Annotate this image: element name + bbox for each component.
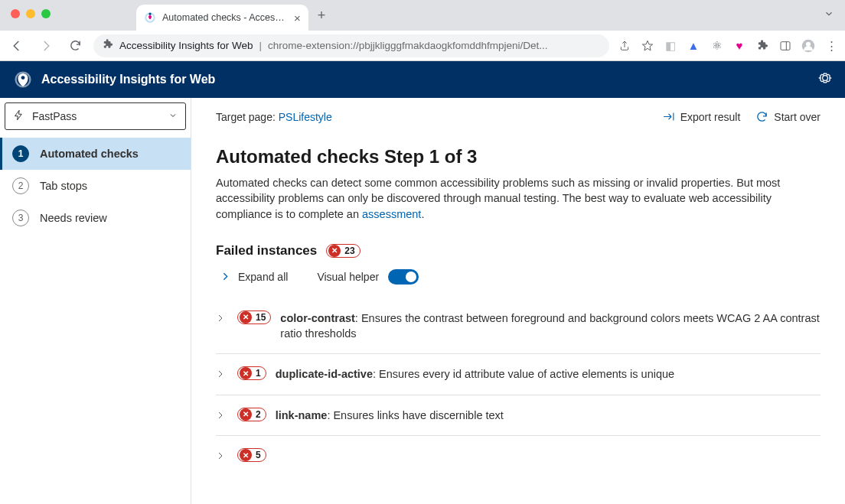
panel-icon[interactable] (778, 38, 793, 54)
issue-text: color-contrast: Ensures the contrast bet… (280, 311, 821, 342)
x-icon: ✕ (240, 311, 252, 324)
svg-point-4 (21, 76, 25, 80)
issue-row[interactable]: ✕1 duplicate-id-active: Ensures every id… (216, 354, 821, 395)
ext-icon-react[interactable]: ⚛ (709, 38, 724, 54)
ext-icon-1[interactable]: ◧ (663, 38, 678, 54)
start-over-button[interactable]: Start over (755, 110, 821, 123)
settings-icon[interactable] (817, 70, 833, 89)
new-tab-button[interactable]: + (318, 8, 326, 24)
page-title: Automated checks Step 1 of 3 (216, 146, 821, 167)
address-url: chrome-extension://pbjjkligggfmakdaogkfo… (268, 40, 547, 51)
reload-button[interactable] (64, 35, 86, 57)
chevron-right-icon (216, 311, 228, 326)
issue-row[interactable]: ✕15 color-contrast: Ensures the contrast… (216, 298, 821, 355)
visual-helper-toggle[interactable] (388, 269, 419, 285)
issue-text: link-name: Ensures links have discernibl… (276, 408, 504, 423)
browser-tab[interactable]: Automated checks - Accessibil × (136, 5, 308, 31)
step-number: 3 (12, 210, 29, 226)
step-number: 2 (12, 177, 29, 194)
content: Target page: PSLifestyle Export result S… (191, 98, 845, 504)
chevron-right-icon (216, 366, 228, 382)
bookmark-icon[interactable] (640, 38, 655, 54)
sidebar-step-tab-stops[interactable]: 2 Tab stops (0, 170, 191, 202)
back-button[interactable] (6, 35, 28, 57)
step-label: Tab stops (40, 180, 87, 192)
app-brand: Accessibility Insights for Web (12, 69, 215, 90)
chevron-right-icon (216, 408, 228, 423)
chevron-right-icon (216, 448, 228, 463)
assessment-link[interactable]: assessment (362, 208, 421, 220)
selector-label: FastPass (32, 110, 77, 122)
step-label: Needs review (40, 212, 107, 224)
sidebar: FastPass 1 Automated checks 2 Tab stops … (0, 98, 191, 504)
failed-label: Failed instances (216, 243, 317, 259)
visual-helper-control: Visual helper (317, 269, 419, 285)
assessment-selector[interactable]: FastPass (5, 102, 186, 130)
app-header: Accessibility Insights for Web (0, 61, 845, 98)
issue-row[interactable]: ✕2 link-name: Ensures links have discern… (216, 395, 821, 436)
window-controls (0, 0, 61, 18)
tabs-overflow-icon[interactable] (824, 8, 834, 22)
lightning-icon (13, 109, 24, 123)
expand-all-button[interactable]: Expand all (220, 271, 288, 283)
target-label: Target page: (216, 111, 279, 123)
extensions-icon[interactable] (755, 38, 770, 54)
profile-icon[interactable] (801, 38, 816, 54)
svg-point-3 (806, 41, 811, 46)
ext-icon-ai[interactable]: ♥ (732, 38, 747, 54)
forward-button[interactable] (35, 35, 57, 57)
app-name: Accessibility Insights for Web (41, 73, 215, 86)
issue-count-badge: ✕1 (237, 366, 266, 380)
failed-instances-header: Failed instances ✕23 (216, 243, 821, 259)
issue-text: svg-img-alt: Ensures elements with an im… (276, 448, 615, 504)
close-tab-icon[interactable]: × (291, 11, 301, 24)
sidebar-step-needs-review[interactable]: 3 Needs review (0, 202, 191, 234)
ext-icon-axe[interactable]: ▲ (686, 38, 701, 54)
x-icon: ✕ (240, 367, 252, 379)
sidebar-step-automated-checks[interactable]: 1 Automated checks (0, 138, 191, 170)
tab-favicon (144, 11, 156, 24)
issue-text: duplicate-id-active: Ensures every id at… (276, 366, 674, 382)
failed-count-badge: ✕23 (326, 244, 360, 258)
issue-count-badge: ✕15 (237, 311, 271, 324)
target-row: Target page: PSLifestyle Export result S… (216, 110, 821, 135)
visual-helper-label: Visual helper (317, 271, 379, 283)
step-label: Automated checks (40, 148, 139, 160)
minimize-window[interactable] (26, 9, 35, 18)
share-icon[interactable] (617, 38, 632, 54)
tools-row: Expand all Visual helper (216, 269, 821, 285)
x-icon: ✕ (240, 408, 252, 421)
brand-logo (12, 69, 34, 90)
export-result-button[interactable]: Export result (662, 110, 741, 123)
tab-title: Automated checks - Accessibil (162, 12, 285, 23)
chevron-down-icon (168, 110, 178, 122)
close-window[interactable] (11, 9, 20, 18)
step-number: 1 (12, 145, 29, 162)
issue-count-badge: ✕5 (237, 448, 266, 462)
toolbar-icons: ◧ ▲ ⚛ ♥ ⋮ (617, 38, 839, 54)
issue-row[interactable]: ✕5 svg-img-alt: Ensures elements with an… (216, 436, 821, 504)
menu-icon[interactable]: ⋮ (824, 38, 839, 54)
target-page-link[interactable]: PSLifestyle (279, 111, 332, 123)
address-prefix: Accessibility Insights for Web (119, 40, 253, 51)
extension-icon (103, 39, 113, 52)
tabs-row: Automated checks - Accessibil × + (61, 0, 845, 31)
browser-chrome: Automated checks - Accessibil × + Access… (0, 0, 845, 61)
svg-rect-0 (781, 41, 790, 50)
page-description: Automated checks can detect some common … (216, 175, 821, 222)
x-icon: ✕ (328, 245, 341, 257)
address-bar[interactable]: Accessibility Insights for Web | chrome-… (93, 34, 609, 57)
x-icon: ✕ (240, 449, 252, 461)
issue-count-badge: ✕2 (237, 408, 266, 421)
maximize-window[interactable] (41, 9, 51, 18)
browser-toolbar: Accessibility Insights for Web | chrome-… (0, 31, 845, 61)
